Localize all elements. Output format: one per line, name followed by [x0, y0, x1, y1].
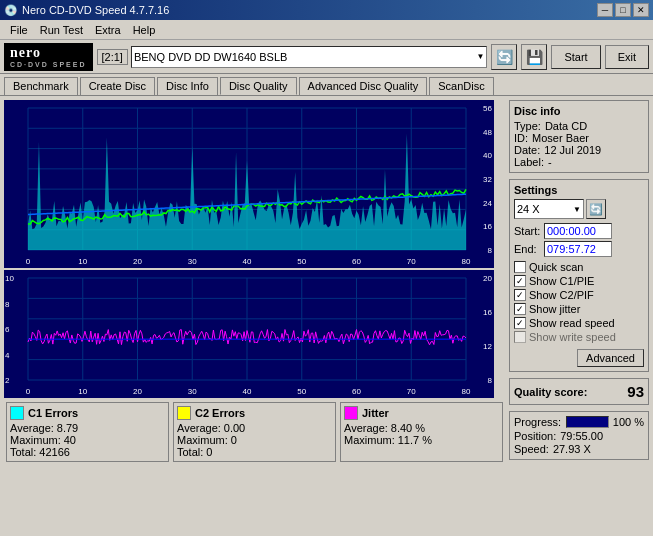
c2-color-box — [177, 406, 191, 420]
c2-errors-group: C2 Errors Average: 0.00 Maximum: 0 Total… — [173, 402, 336, 462]
jitter-label: Jitter — [362, 407, 389, 419]
disc-date-label: Date: — [514, 144, 540, 156]
tab-create-disc[interactable]: Create Disc — [80, 77, 155, 95]
show-read-speed-checkbox[interactable] — [514, 317, 526, 329]
jitter-color-box — [344, 406, 358, 420]
c2-average-row: Average: 0.00 — [177, 422, 332, 434]
c2-total-label: Total: — [177, 446, 203, 458]
minimize-button[interactable]: ─ — [597, 3, 613, 17]
bottom-chart — [4, 270, 494, 398]
jitter-maximum-label: Maximum: — [344, 434, 395, 446]
menu-extra[interactable]: Extra — [89, 22, 127, 38]
refresh-speed-button[interactable]: 🔄 — [586, 199, 606, 219]
charts-and-stats: C1 Errors Average: 8.79 Maximum: 40 Tota… — [4, 100, 505, 462]
c1-errors-group: C1 Errors Average: 8.79 Maximum: 40 Tota… — [6, 402, 169, 462]
progress-label: Progress: — [514, 416, 562, 428]
show-c1-pie-label: Show C1/PIE — [529, 275, 594, 287]
advanced-button[interactable]: Advanced — [577, 349, 644, 367]
settings-title: Settings — [514, 184, 644, 196]
jitter-group: Jitter Average: 8.40 % Maximum: 11.7 % — [340, 402, 503, 462]
settings-section: Settings 24 X ▼ 🔄 Start: 000:00.00 End: … — [509, 179, 649, 372]
c1-maximum-row: Maximum: 40 — [10, 434, 165, 446]
save-button[interactable]: 💾 — [521, 44, 547, 70]
read-speed-row: Show read speed — [514, 317, 644, 329]
main-content: C1 Errors Average: 8.79 Maximum: 40 Tota… — [0, 96, 653, 466]
speed-value: 27.93 X — [553, 443, 591, 455]
tab-advanced-disc-quality[interactable]: Advanced Disc Quality — [299, 77, 428, 95]
c2-maximum-label: Maximum: — [177, 434, 228, 446]
drive-dropdown-icon: ▼ — [477, 52, 485, 61]
progress-bar-container — [566, 416, 609, 428]
c2-average-label: Average: — [177, 422, 221, 434]
quick-scan-label: Quick scan — [529, 261, 583, 273]
end-time-input[interactable]: 079:57.72 — [544, 241, 612, 257]
progress-section: Progress: 100 % Position: 79:55.00 Speed… — [509, 411, 649, 460]
quick-scan-checkbox[interactable] — [514, 261, 526, 273]
position-row: Position: 79:55.00 — [514, 430, 644, 442]
start-time-value: 000:00.00 — [547, 225, 596, 237]
start-time-input[interactable]: 000:00.00 — [544, 223, 612, 239]
jitter-average-value: 8.40 % — [391, 422, 425, 434]
quick-scan-row: Quick scan — [514, 261, 644, 273]
tab-bar: Benchmark Create Disc Disc Info Disc Qua… — [0, 74, 653, 96]
menu-help[interactable]: Help — [127, 22, 162, 38]
disc-id-label: ID: — [514, 132, 528, 144]
c2-maximum-row: Maximum: 0 — [177, 434, 332, 446]
disc-info-title: Disc info — [514, 105, 644, 117]
tab-benchmark[interactable]: Benchmark — [4, 77, 78, 95]
refresh-button[interactable]: 🔄 — [491, 44, 517, 70]
c1-pie-row: Show C1/PIE — [514, 275, 644, 287]
jitter-row: Show jitter — [514, 303, 644, 315]
c1-color-box — [10, 406, 24, 420]
show-jitter-checkbox[interactable] — [514, 303, 526, 315]
logo-subtitle: CD·DVD SPEED — [10, 61, 87, 68]
c1-maximum-value: 40 — [64, 434, 76, 446]
end-label: End: — [514, 243, 542, 255]
menu-file[interactable]: File — [4, 22, 34, 38]
start-button[interactable]: Start — [551, 45, 600, 69]
c2-maximum-value: 0 — [231, 434, 237, 446]
titlebar: 💿 Nero CD-DVD Speed 4.7.7.16 ─ □ ✕ — [0, 0, 653, 20]
jitter-maximum-value: 11.7 % — [398, 434, 432, 446]
tab-disc-quality[interactable]: Disc Quality — [220, 77, 297, 95]
c1-total-value: 42166 — [39, 446, 70, 458]
menu-run-test[interactable]: Run Test — [34, 22, 89, 38]
c1-total-row: Total: 42166 — [10, 446, 165, 458]
disc-id-value: Moser Baer — [532, 132, 589, 144]
tab-scandisc[interactable]: ScanDisc — [429, 77, 493, 95]
tab-disc-info[interactable]: Disc Info — [157, 77, 218, 95]
show-c1-pie-checkbox[interactable] — [514, 275, 526, 287]
c1-maximum-label: Maximum: — [10, 434, 61, 446]
top-chart-container — [4, 100, 505, 268]
disc-type-row: Type: Data CD — [514, 120, 644, 132]
position-label: Position: — [514, 430, 556, 442]
show-read-speed-label: Show read speed — [529, 317, 615, 329]
titlebar-left: 💿 Nero CD-DVD Speed 4.7.7.16 — [4, 4, 169, 17]
progress-percent: 100 % — [613, 416, 644, 428]
end-time-value: 079:57.72 — [547, 243, 596, 255]
exit-button[interactable]: Exit — [605, 45, 649, 69]
c2-average-value: 0.00 — [224, 422, 245, 434]
disc-type-label: Type: — [514, 120, 541, 132]
speed-row: Speed: 27.93 X — [514, 443, 644, 455]
show-jitter-label: Show jitter — [529, 303, 580, 315]
speed-label: Speed: — [514, 443, 549, 455]
show-c2-pif-checkbox[interactable] — [514, 289, 526, 301]
show-write-speed-label: Show write speed — [529, 331, 616, 343]
disc-date-value: 12 Jul 2019 — [544, 144, 601, 156]
speed-value: 24 X — [517, 203, 540, 215]
disc-date-row: Date: 12 Jul 2019 — [514, 144, 644, 156]
drive-select[interactable]: BENQ DVD DD DW1640 BSLB ▼ — [131, 46, 488, 68]
c2-pif-row: Show C2/PIF — [514, 289, 644, 301]
close-button[interactable]: ✕ — [633, 3, 649, 17]
c1-label: C1 Errors — [28, 407, 78, 419]
speed-select[interactable]: 24 X ▼ — [514, 199, 584, 219]
position-value: 79:55.00 — [560, 430, 603, 442]
quality-score-value: 93 — [627, 383, 644, 400]
bottom-chart-container — [4, 270, 505, 398]
menubar: File Run Test Extra Help — [0, 20, 653, 40]
maximize-button[interactable]: □ — [615, 3, 631, 17]
write-speed-row: Show write speed — [514, 331, 644, 343]
disc-type-value: Data CD — [545, 120, 587, 132]
nero-logo: nero CD·DVD SPEED — [4, 43, 93, 71]
